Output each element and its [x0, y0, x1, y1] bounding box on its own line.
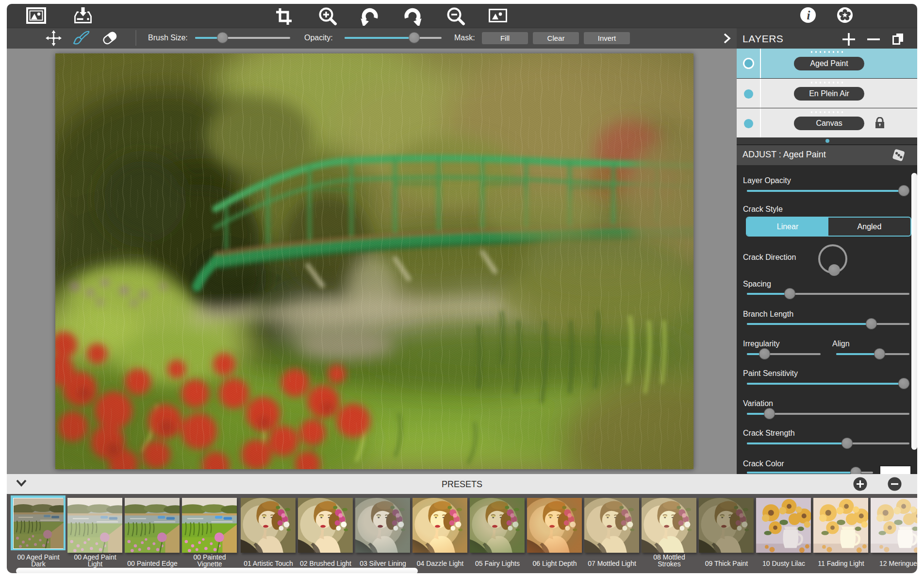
svg-text:i: i	[807, 9, 810, 22]
